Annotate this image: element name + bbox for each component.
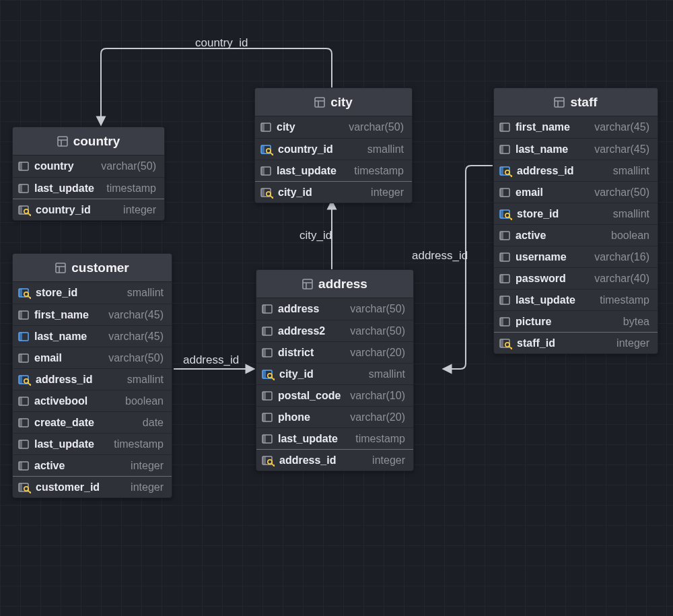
column-type: boolean [611,230,649,242]
column-name: country [34,160,74,172]
column-row[interactable]: last_namevarchar(45) [13,325,172,347]
column-name: email [516,186,543,199]
column-row[interactable]: first_namevarchar(45) [494,116,658,138]
column-row[interactable]: staff_idinteger [494,332,658,353]
column-type: timestamp [354,165,404,177]
column-name: staff_id [517,337,555,349]
column-type: date [143,417,164,429]
column-name: last_update [516,294,575,306]
pk-icon [18,482,30,493]
column-row[interactable]: emailvarchar(50) [13,347,172,368]
column-row[interactable]: activeinteger [13,454,172,476]
column-row[interactable]: store_idsmallint [494,203,658,224]
column-row[interactable]: last_updatetimestamp [494,289,658,310]
table-header[interactable]: city [255,88,412,116]
table-header[interactable]: customer [13,254,172,282]
column-row[interactable]: emailvarchar(50) [494,181,658,203]
column-row[interactable]: picturebytea [494,310,658,332]
column-row[interactable]: last_updatetimestamp [13,433,172,454]
column-type: varchar(50) [594,186,649,199]
column-row[interactable]: countryvarchar(50) [13,156,164,177]
edge-label-address-id-r: address_id [412,249,468,263]
column-row[interactable]: last_updatetimestamp [256,427,413,449]
column-icon [262,304,273,314]
column-name: active [34,460,65,472]
column-icon [262,434,273,444]
column-row[interactable]: city_idinteger [255,181,412,203]
column-row[interactable]: address_idinteger [256,449,413,471]
table-customer[interactable]: customerstore_idsmallintfirst_namevarcha… [12,253,172,498]
column-type: timestamp [114,438,164,450]
column-row[interactable]: districtvarchar(20) [256,341,413,363]
column-icon [260,166,271,176]
column-name: last_update [277,165,336,177]
column-type: varchar(50) [350,303,405,315]
column-row[interactable]: phonevarchar(20) [256,406,413,427]
fk-key-icon [499,166,511,176]
table-header[interactable]: address [256,270,413,298]
column-row[interactable]: first_namevarchar(45) [13,304,172,325]
column-name: address2 [278,325,325,337]
column-type: varchar(45) [108,309,164,321]
column-icon [499,122,510,133]
table-city[interactable]: citycityvarchar(50)country_idsmallintlas… [254,88,413,203]
column-row[interactable]: postal_codevarchar(10) [256,384,413,406]
column-icon [18,183,29,194]
column-row[interactable]: cityvarchar(50) [255,116,412,138]
fk-key-icon [262,369,274,380]
column-name: last_name [34,331,87,343]
column-row[interactable]: last_updatetimestamp [255,160,412,181]
table-country[interactable]: countrycountryvarchar(50)last_updatetime… [12,127,165,221]
column-row[interactable]: last_updatetimestamp [13,177,164,199]
column-icon [262,347,273,358]
column-row[interactable]: country_idinteger [13,199,164,220]
table-address[interactable]: addressaddressvarchar(50)address2varchar… [256,269,414,471]
table-header[interactable]: country [13,127,164,156]
column-row[interactable]: address_idsmallint [494,160,658,181]
column-icon [262,326,273,337]
column-icon [499,252,510,263]
column-type: varchar(45) [108,331,164,343]
column-row[interactable]: activeboolboolean [13,390,172,411]
column-row[interactable]: create_datedate [13,411,172,433]
column-name: first_name [516,121,570,133]
column-name: country_id [36,204,91,216]
column-type: smallint [369,368,405,380]
edge-label-city-id: city_id [299,229,332,242]
column-type: integer [123,204,156,216]
column-icon [499,230,510,241]
column-row[interactable]: store_idsmallint [13,282,172,304]
column-type: integer [371,186,404,199]
column-type: varchar(50) [101,160,156,172]
column-row[interactable]: addressvarchar(50) [256,298,413,320]
column-row[interactable]: usernamevarchar(16) [494,246,658,267]
column-name: create_date [34,417,94,429]
column-row[interactable]: activeboolean [494,224,658,246]
column-row[interactable]: country_idsmallint [255,138,412,160]
fk-column-icon [18,331,29,342]
column-icon [262,390,273,401]
column-icon [499,295,510,306]
column-icon [18,460,29,471]
fk-key-icon [18,374,30,385]
table-staff[interactable]: stafffirst_namevarchar(45)last_namevarch… [493,88,658,354]
column-name: last_update [34,438,94,450]
column-name: picture [516,316,551,328]
column-row[interactable]: last_namevarchar(45) [494,138,658,160]
column-name: email [34,352,62,364]
column-icon [18,161,29,172]
column-icon [260,122,271,133]
column-name: last_update [278,433,338,445]
column-row[interactable]: passwordvarchar(40) [494,267,658,289]
table-title: address [318,277,367,292]
column-row[interactable]: city_idsmallint [256,363,413,384]
table-icon [554,97,565,108]
column-row[interactable]: address2varchar(50) [256,320,413,341]
column-name: district [278,347,314,359]
column-row[interactable]: customer_idinteger [13,476,172,498]
column-row[interactable]: address_idsmallint [13,368,172,390]
column-icon [499,273,510,284]
column-name: country_id [278,143,333,156]
table-header[interactable]: staff [494,88,658,116]
column-type: varchar(10) [350,390,405,402]
